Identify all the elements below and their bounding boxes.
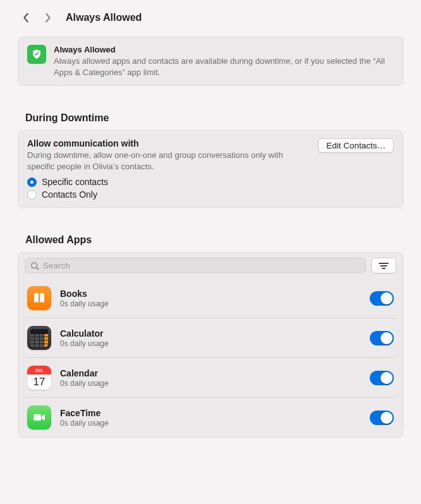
radio-dot-icon [27,177,37,187]
info-title: Always Allowed [54,45,394,54]
calendar-month: JUL [27,366,51,375]
header: Always Allowed [18,5,403,30]
app-toggle-calculator[interactable] [370,331,394,345]
filter-icon [379,261,389,270]
search-icon [30,261,39,270]
app-row-facetime: FaceTime 0s daily usage [25,398,396,437]
app-row-books: Books 0s daily usage [25,279,396,318]
app-toggle-calendar[interactable] [370,371,394,385]
downtime-title: Allow communication with [27,138,310,148]
always-allowed-icon [27,45,46,64]
books-icon [27,286,51,310]
allowed-apps-heading: Allowed Apps [25,234,403,246]
radio-label: Specific contacts [42,177,108,187]
svg-point-0 [32,262,37,268]
calculator-icon [27,326,51,350]
downtime-heading: During Downtime [25,112,403,124]
app-usage: 0s daily usage [60,419,361,428]
facetime-icon [27,405,51,429]
page-title: Always Allowed [66,12,142,23]
allowed-apps-card: Books 0s daily usage Calculator [18,252,403,438]
svg-line-1 [37,267,39,270]
radio-specific-contacts[interactable]: Specific contacts [27,177,394,187]
info-description: Always allowed apps and contacts are ava… [54,56,394,78]
forward-button[interactable] [39,9,56,26]
app-row-calculator: Calculator 0s daily usage [25,318,396,358]
app-usage: 0s daily usage [60,299,361,308]
downtime-card: Allow communication with During downtime… [18,130,403,208]
filter-button[interactable] [371,258,396,273]
app-toggle-facetime[interactable] [370,411,394,425]
back-button[interactable] [18,9,34,26]
info-card: Always Allowed Always allowed apps and c… [18,37,403,86]
radio-label: Contacts Only [42,189,97,200]
search-field[interactable] [25,258,366,273]
calendar-icon: JUL 17 [27,366,51,390]
app-name: Calculator [60,328,361,339]
app-name: Calendar [60,368,361,378]
radio-contacts-only[interactable]: Contacts Only [27,189,394,200]
app-usage: 0s daily usage [60,339,361,348]
calendar-day: 17 [34,375,46,390]
app-usage: 0s daily usage [60,379,361,388]
app-name: FaceTime [60,408,361,418]
app-toggle-books[interactable] [370,291,394,306]
app-name: Books [60,289,361,299]
search-input[interactable] [39,260,360,271]
app-row-calendar: JUL 17 Calendar 0s daily usage [25,358,396,398]
radio-dot-icon [27,190,37,200]
edit-contacts-button[interactable]: Edit Contacts… [318,138,394,153]
svg-rect-5 [34,414,41,421]
downtime-description: During downtime, allow one-on-one and gr… [27,150,310,172]
